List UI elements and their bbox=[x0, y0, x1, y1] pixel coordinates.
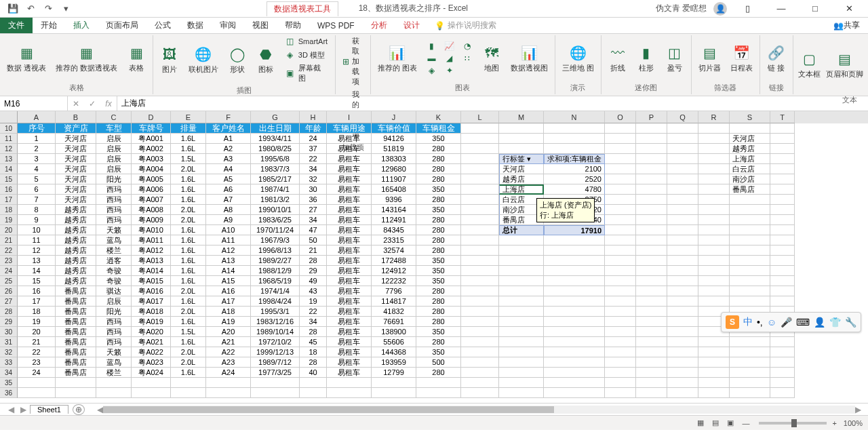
save-icon[interactable]: 💾 bbox=[5, 1, 20, 16]
cell[interactable]: 易租车 bbox=[327, 246, 372, 256]
row-header[interactable]: 29 bbox=[0, 317, 18, 327]
undo-icon[interactable]: ↶ bbox=[23, 1, 38, 16]
cell[interactable] bbox=[770, 164, 795, 174]
ime-emoji-icon[interactable]: ☺ bbox=[767, 317, 776, 328]
cell[interactable]: 天河店 bbox=[56, 184, 96, 195]
cell[interactable]: A23 bbox=[206, 357, 251, 368]
cell[interactable]: 启辰 bbox=[96, 154, 132, 164]
cell[interactable]: 94126 bbox=[372, 134, 416, 144]
cell[interactable]: A18 bbox=[206, 307, 251, 317]
cell[interactable]: 11 bbox=[18, 235, 56, 246]
col-header[interactable]: O bbox=[605, 111, 636, 123]
cell[interactable]: 280 bbox=[416, 246, 461, 256]
cell[interactable]: 易租车 bbox=[327, 296, 372, 307]
cell[interactable]: 1.6L bbox=[171, 256, 206, 266]
tab-insert[interactable]: 插入 bbox=[65, 18, 98, 33]
cell[interactable] bbox=[499, 327, 544, 337]
cell[interactable] bbox=[667, 174, 698, 184]
cell[interactable]: 24 bbox=[300, 134, 327, 144]
cell[interactable] bbox=[730, 296, 770, 307]
cell[interactable]: 15 bbox=[18, 276, 56, 286]
col-header[interactable]: E bbox=[171, 111, 206, 123]
cell[interactable]: 粤A007 bbox=[132, 195, 171, 205]
col-header[interactable]: N bbox=[544, 111, 605, 123]
cell[interactable] bbox=[667, 347, 698, 357]
cell[interactable]: 粤A011 bbox=[132, 235, 171, 246]
cell[interactable] bbox=[730, 246, 770, 256]
cell[interactable] bbox=[698, 378, 730, 388]
cell[interactable] bbox=[499, 307, 544, 317]
cell[interactable] bbox=[667, 388, 698, 398]
cell[interactable] bbox=[730, 378, 770, 388]
row-header[interactable]: 30 bbox=[0, 327, 18, 337]
col-header[interactable]: J bbox=[372, 111, 416, 123]
cell[interactable]: 天河店 bbox=[56, 174, 96, 184]
cell[interactable] bbox=[730, 347, 770, 357]
cell[interactable]: 粤A006 bbox=[132, 184, 171, 195]
cell[interactable]: 28 bbox=[300, 256, 327, 266]
cell[interactable] bbox=[667, 134, 698, 144]
cell[interactable]: 27 bbox=[300, 205, 327, 215]
cell[interactable]: 280 bbox=[416, 317, 461, 327]
cell[interactable]: 西玛 bbox=[96, 327, 132, 337]
cell[interactable] bbox=[544, 337, 605, 347]
col-header[interactable]: F bbox=[206, 111, 251, 123]
row-header[interactable]: 33 bbox=[0, 357, 18, 368]
cell[interactable]: A7 bbox=[206, 195, 251, 205]
cell[interactable]: 19 bbox=[18, 317, 56, 327]
cell[interactable]: 易租车 bbox=[327, 184, 372, 195]
cell[interactable] bbox=[667, 215, 698, 225]
sparkline-line-button[interactable]: 〰折线 bbox=[606, 42, 630, 74]
cell[interactable]: 粤A020 bbox=[132, 327, 171, 337]
tab-layout[interactable]: 页面布局 bbox=[98, 18, 146, 33]
smartart-button[interactable]: ◫SmartArt bbox=[282, 35, 331, 47]
cell[interactable]: 28 bbox=[300, 327, 327, 337]
cell[interactable] bbox=[251, 378, 300, 388]
cell[interactable]: 1983/7/3 bbox=[251, 164, 300, 174]
cell[interactable] bbox=[544, 307, 605, 317]
cell[interactable]: 西玛 bbox=[96, 317, 132, 327]
cell[interactable] bbox=[605, 276, 636, 286]
cell[interactable]: 1980/8/25 bbox=[251, 144, 300, 154]
cell[interactable]: A24 bbox=[206, 368, 251, 378]
cell[interactable]: 22 bbox=[300, 154, 327, 164]
cell[interactable] bbox=[461, 357, 499, 368]
cell[interactable]: 14 bbox=[18, 266, 56, 276]
cell[interactable]: 启辰 bbox=[96, 296, 132, 307]
cell[interactable]: A5 bbox=[206, 174, 251, 184]
cell[interactable] bbox=[636, 378, 667, 388]
cell[interactable]: 1.6L bbox=[171, 296, 206, 307]
screenshot-button[interactable]: ▣屏幕截图 bbox=[282, 62, 331, 84]
cell[interactable]: 51819 bbox=[372, 144, 416, 154]
cell[interactable]: 45 bbox=[300, 337, 327, 347]
cell[interactable]: 2.0L bbox=[171, 215, 206, 225]
cell[interactable]: 84345 bbox=[372, 225, 416, 235]
cell[interactable]: 1996/8/13 bbox=[251, 246, 300, 256]
cell[interactable]: 138900 bbox=[372, 327, 416, 337]
row-header[interactable]: 16 bbox=[0, 184, 18, 195]
cell[interactable]: 32574 bbox=[372, 246, 416, 256]
recommended-charts-button[interactable]: 📊推荐的 图表 bbox=[375, 42, 420, 74]
row-header[interactable]: 25 bbox=[0, 276, 18, 286]
cell[interactable] bbox=[461, 266, 499, 276]
cell[interactable]: A14 bbox=[206, 266, 251, 276]
column-chart-icon[interactable]: ▮ bbox=[424, 40, 440, 52]
cell[interactable]: 165408 bbox=[372, 184, 416, 195]
cell[interactable] bbox=[499, 368, 544, 378]
online-pictures-button[interactable]: 🌐联机图片 bbox=[186, 43, 221, 75]
shapes-button[interactable]: ◯形状 bbox=[225, 43, 250, 75]
cell[interactable]: 越秀店 bbox=[56, 266, 96, 276]
cell[interactable]: 越秀店 bbox=[56, 205, 96, 215]
cell[interactable] bbox=[636, 174, 667, 184]
cell[interactable] bbox=[461, 246, 499, 256]
cell[interactable] bbox=[667, 307, 698, 317]
cell[interactable]: 2.0L bbox=[171, 347, 206, 357]
cell[interactable]: 111907 bbox=[372, 174, 416, 184]
cell[interactable]: 350 bbox=[416, 134, 461, 144]
cell[interactable] bbox=[544, 378, 605, 388]
ime-tool-icon[interactable]: 🔧 bbox=[845, 317, 856, 328]
cell[interactable]: 粤A017 bbox=[132, 296, 171, 307]
cell[interactable]: 500 bbox=[416, 357, 461, 368]
cell[interactable] bbox=[499, 388, 544, 398]
cell[interactable]: 车牌号 bbox=[132, 123, 171, 134]
